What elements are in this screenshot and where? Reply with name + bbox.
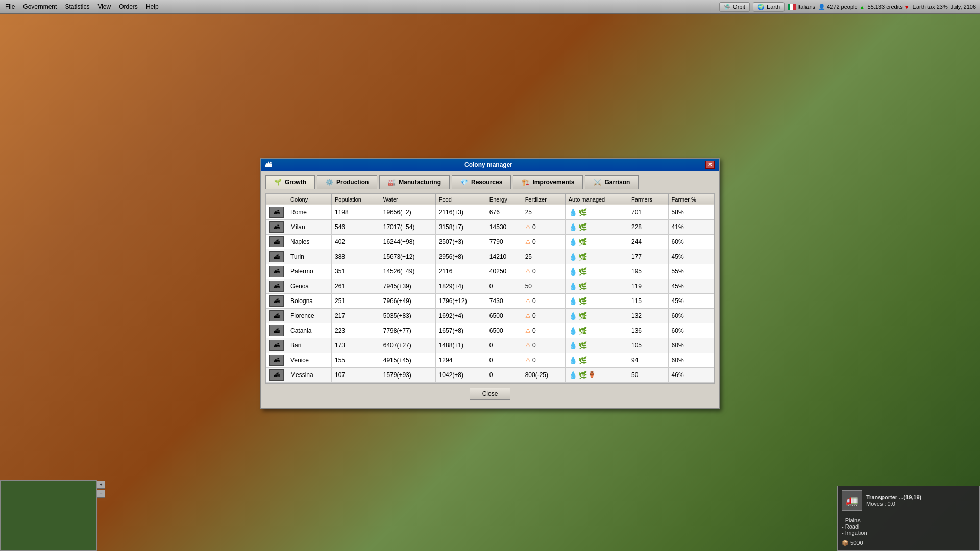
cell-food: 2116(+3) (435, 205, 486, 219)
cell-farmers: 244 (628, 234, 668, 249)
col-farmers: Farmers (628, 194, 668, 205)
cell-icon: 🏙 (266, 323, 287, 338)
table-row[interactable]: 🏙 Bari 173 6407(+27) 1488(+1) 0 ⚠ 0 💧🌿 1… (266, 338, 714, 353)
cell-auto-managed: 💧🌿 (565, 338, 628, 353)
cell-food: 1829(+4) (435, 279, 486, 293)
cell-farmer-pct: 45% (668, 279, 714, 293)
cell-icon: 🏙 (266, 249, 287, 264)
table-row[interactable]: 🏙 Rome 1198 19656(+2) 2116(+3) 676 25 💧🌿… (266, 205, 714, 219)
garrison-icon: ⚔️ (594, 179, 601, 186)
cell-energy: 6500 (486, 323, 522, 338)
food-auto-icon: 🌿 (578, 371, 587, 379)
cell-energy: 6500 (486, 308, 522, 323)
city-icon: 🏙 (270, 325, 284, 336)
tab-manufacturing[interactable]: 🏭 Manufacturing (379, 175, 450, 189)
city-icon: 🏙 (270, 310, 284, 321)
food-auto-icon: 🌿 (578, 341, 587, 349)
cell-water: 15673(+12) (380, 249, 435, 264)
cell-energy: 7790 (486, 234, 522, 249)
cell-population: 1198 (332, 205, 380, 219)
cell-farmer-pct: 60% (668, 308, 714, 323)
dialog-title: Colony manager (464, 161, 512, 168)
cell-auto-managed: 💧🌿🏺 (565, 367, 628, 382)
table-row[interactable]: 🏙 Turin 388 15673(+12) 2956(+8) 14210 25… (266, 249, 714, 264)
table-row[interactable]: 🏙 Palermo 351 14526(+49) 2116 40250 ⚠ 0 … (266, 264, 714, 279)
water-auto-icon: 💧 (569, 371, 577, 379)
water-auto-icon: 💧 (569, 327, 577, 335)
cell-energy: 7430 (486, 293, 522, 308)
cell-fertilizer: 25 (522, 205, 565, 219)
cell-water: 14526(+49) (380, 264, 435, 279)
dialog-title-bar: 🏙 Colony manager ✕ (261, 159, 719, 171)
food-auto-icon: 🌿 (578, 208, 587, 216)
cell-population: 173 (332, 338, 380, 353)
table-row[interactable]: 🏙 Messina 107 1579(+93) 1042(+8) 0 800(-… (266, 367, 714, 382)
cell-food: 1294 (435, 353, 486, 367)
food-auto-icon: 🌿 (578, 238, 587, 246)
water-auto-icon: 💧 (569, 208, 577, 216)
cell-food: 1796(+12) (435, 293, 486, 308)
cell-food: 1692(+4) (435, 308, 486, 323)
cell-farmer-pct: 45% (668, 293, 714, 308)
tab-resources[interactable]: 💎 Resources (452, 175, 511, 189)
cell-auto-managed: 💧🌿 (565, 264, 628, 279)
cell-icon: 🏙 (266, 205, 287, 219)
cell-energy: 0 (486, 353, 522, 367)
cell-auto-managed: 💧🌿 (565, 205, 628, 219)
tab-resources-label: Resources (471, 179, 502, 186)
cell-icon: 🏙 (266, 338, 287, 353)
city-icon: 🏙 (270, 355, 284, 366)
table-row[interactable]: 🏙 Genoa 261 7945(+39) 1829(+4) 0 50 💧🌿 1… (266, 279, 714, 293)
cell-farmer-pct: 55% (668, 264, 714, 279)
cell-water: 19656(+2) (380, 205, 435, 219)
cell-energy: 676 (486, 205, 522, 219)
cell-water: 7798(+77) (380, 323, 435, 338)
table-row[interactable]: 🏙 Milan 546 17017(+54) 3158(+7) 14530 ⚠ … (266, 219, 714, 234)
cell-colony: Milan (287, 219, 332, 234)
food-auto-icon: 🌿 (578, 267, 587, 276)
cell-fertilizer: ⚠ 0 (522, 264, 565, 279)
dialog-close-button[interactable]: ✕ (705, 161, 715, 169)
water-auto-icon: 💧 (569, 238, 577, 246)
tab-production[interactable]: ⚙️ Production (317, 175, 377, 189)
cell-population: 155 (332, 353, 380, 367)
cell-fertilizer: 25 (522, 249, 565, 264)
food-auto-icon: 🌿 (578, 282, 587, 290)
cell-energy: 14210 (486, 249, 522, 264)
table-row[interactable]: 🏙 Florence 217 5035(+83) 1692(+4) 6500 ⚠… (266, 308, 714, 323)
table-row[interactable]: 🏙 Catania 223 7798(+77) 1657(+8) 6500 ⚠ … (266, 323, 714, 338)
cell-food: 3158(+7) (435, 219, 486, 234)
cell-farmer-pct: 60% (668, 353, 714, 367)
cell-farmer-pct: 60% (668, 338, 714, 353)
cell-colony: Bologna (287, 293, 332, 308)
cell-icon: 🏙 (266, 367, 287, 382)
cell-energy: 14530 (486, 219, 522, 234)
cell-icon: 🏙 (266, 293, 287, 308)
cell-population: 107 (332, 367, 380, 382)
cell-colony: Florence (287, 308, 332, 323)
cell-energy: 0 (486, 338, 522, 353)
cell-colony: Rome (287, 205, 332, 219)
cell-icon: 🏙 (266, 234, 287, 249)
col-energy: Energy (486, 194, 522, 205)
tab-improvements[interactable]: 🏗️ Improvements (513, 175, 583, 189)
tab-garrison[interactable]: ⚔️ Garrison (585, 175, 639, 189)
cell-population: 261 (332, 279, 380, 293)
cell-colony: Venice (287, 353, 332, 367)
cell-colony: Palermo (287, 264, 332, 279)
table-row[interactable]: 🏙 Bologna 251 7966(+49) 1796(+12) 7430 ⚠… (266, 293, 714, 308)
tab-bar: 🌱 Growth ⚙️ Production 🏭 Manufacturing 💎… (265, 175, 715, 189)
colony-table-wrapper[interactable]: Colony Population Water Food Energy Fert… (265, 193, 715, 383)
cell-water: 16244(+98) (380, 234, 435, 249)
food-auto-icon: 🌿 (578, 253, 587, 261)
cell-farmers: 177 (628, 249, 668, 264)
close-button[interactable]: Close (470, 388, 511, 400)
col-colony: Colony (287, 194, 332, 205)
cell-water: 4915(+45) (380, 353, 435, 367)
table-row[interactable]: 🏙 Venice 155 4915(+45) 1294 0 ⚠ 0 💧🌿 94 … (266, 353, 714, 367)
col-icon (266, 194, 287, 205)
cell-water: 7966(+49) (380, 293, 435, 308)
cell-water: 7945(+39) (380, 279, 435, 293)
tab-growth[interactable]: 🌱 Growth (265, 175, 315, 189)
table-row[interactable]: 🏙 Naples 402 16244(+98) 2507(+3) 7790 ⚠ … (266, 234, 714, 249)
